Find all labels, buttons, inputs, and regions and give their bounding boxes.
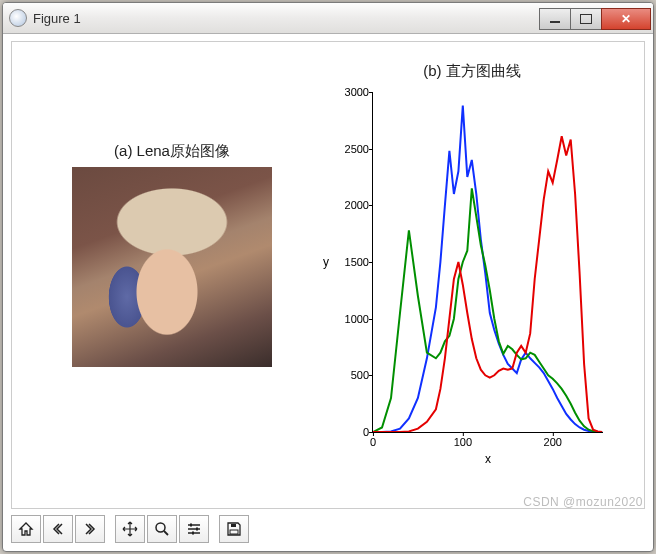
home-button[interactable] <box>11 515 41 543</box>
back-icon <box>50 521 66 537</box>
save-icon <box>226 521 242 537</box>
y-tick: 1500 <box>337 256 369 268</box>
series-blue <box>373 106 602 432</box>
home-icon <box>18 521 34 537</box>
figure-canvas: (a) Lena原始图像 (b) 直方图曲线 y x 0500100015002… <box>11 41 645 509</box>
lena-image <box>72 167 272 367</box>
pan-icon <box>122 521 138 537</box>
histogram-curves <box>373 92 603 432</box>
subplot-a-title: (a) Lena原始图像 <box>72 142 272 161</box>
save-button[interactable] <box>219 515 249 543</box>
back-button[interactable] <box>43 515 73 543</box>
zoom-icon <box>154 521 170 537</box>
pan-button[interactable] <box>115 515 145 543</box>
sliders-icon <box>186 521 202 537</box>
series-green <box>373 188 602 432</box>
svg-rect-2 <box>196 528 198 531</box>
y-tick: 2500 <box>337 143 369 155</box>
app-icon <box>9 9 27 27</box>
y-tick: 3000 <box>337 86 369 98</box>
forward-button[interactable] <box>75 515 105 543</box>
watermark: CSDN @mozun2020 <box>523 495 643 509</box>
subplot-a: (a) Lena原始图像 <box>72 142 272 367</box>
chart-axes: y x 0500100015002000250030000100200 <box>372 92 603 433</box>
svg-rect-1 <box>190 524 192 527</box>
subplot-b: (b) 直方图曲线 y x 05001000150020002500300001… <box>332 62 612 472</box>
x-tick: 200 <box>544 436 562 448</box>
zoom-button[interactable] <box>147 515 177 543</box>
y-tick: 0 <box>337 426 369 438</box>
y-tick: 500 <box>337 369 369 381</box>
subplot-b-title: (b) 直方图曲线 <box>332 62 612 81</box>
minimize-button[interactable] <box>539 8 571 30</box>
y-tick: 1000 <box>337 313 369 325</box>
titlebar: Figure 1 <box>3 3 653 34</box>
figure-window: Figure 1 (a) Lena原始图像 (b) 直方图曲线 y x 0500… <box>2 2 654 552</box>
close-button[interactable] <box>601 8 651 30</box>
y-axis-label: y <box>323 255 329 269</box>
x-tick: 100 <box>454 436 472 448</box>
svg-rect-4 <box>230 530 238 534</box>
x-axis-label: x <box>373 452 603 466</box>
svg-rect-3 <box>192 532 194 535</box>
x-tick: 0 <box>370 436 376 448</box>
window-title: Figure 1 <box>33 11 540 26</box>
forward-icon <box>82 521 98 537</box>
series-red <box>373 136 602 432</box>
svg-point-0 <box>156 523 165 532</box>
maximize-button[interactable] <box>570 8 602 30</box>
configure-button[interactable] <box>179 515 209 543</box>
svg-rect-5 <box>231 524 236 527</box>
y-tick: 2000 <box>337 199 369 211</box>
matplotlib-toolbar <box>11 515 249 543</box>
